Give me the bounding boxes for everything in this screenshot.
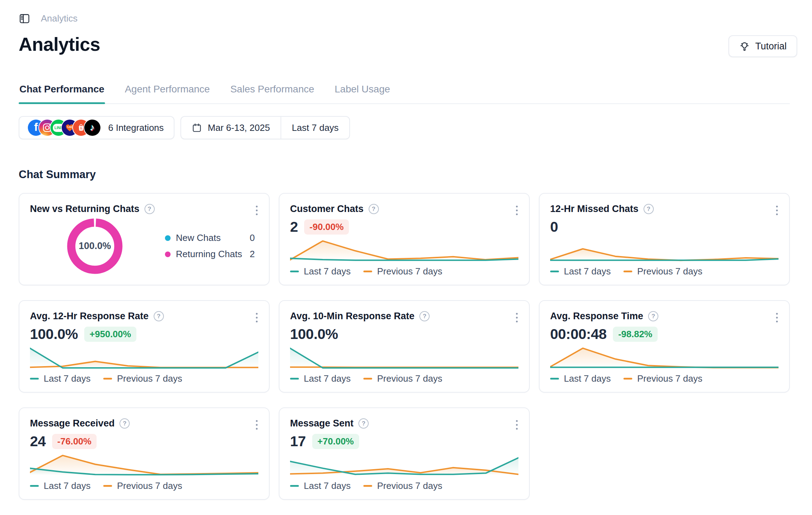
legend-dash-teal <box>550 271 559 272</box>
tab-chat-performance[interactable]: Chat Performance <box>19 84 105 103</box>
kebab-menu-icon[interactable] <box>254 418 260 432</box>
kebab-menu-icon[interactable] <box>254 204 260 217</box>
tab-agent-performance[interactable]: Agent Performance <box>124 84 210 103</box>
filter-row: f LINE Laz S ♪ 6 Integrations <box>19 116 790 139</box>
legend-last-7-days: Last 7 days <box>550 373 611 384</box>
tutorial-button[interactable]: Tutorial <box>728 35 797 57</box>
kebab-menu-icon[interactable] <box>514 311 520 325</box>
date-preset-button[interactable]: Last 7 days <box>281 117 349 139</box>
legend-label: Previous 7 days <box>637 266 702 277</box>
legend-dash-orange <box>623 271 632 272</box>
legend-label: New Chats <box>176 232 221 243</box>
legend-label: Previous 7 days <box>377 373 442 384</box>
tab-sales-performance[interactable]: Sales Performance <box>229 84 315 103</box>
legend-last-7-days: Last 7 days <box>30 480 91 491</box>
sparkline-chart <box>290 453 518 476</box>
help-icon[interactable]: ? <box>358 418 369 429</box>
legend-label: Previous 7 days <box>117 480 182 491</box>
tab-bar: Chat PerformanceAgent PerformanceSales P… <box>19 84 790 104</box>
sparkline-chart <box>30 453 258 476</box>
sidebar-toggle-icon[interactable] <box>19 13 30 24</box>
chat-summary-grid: New vs Returning Chats?100.0%New Chats0R… <box>19 193 790 500</box>
legend-previous-7-days: Previous 7 days <box>623 373 702 384</box>
metric-row: 17+70.00% <box>290 433 518 450</box>
change-badge: -98.82% <box>613 327 658 342</box>
card-title: Avg. Response Time <box>550 311 643 322</box>
date-preset-label: Last 7 days <box>292 122 339 133</box>
legend-dot <box>165 252 171 257</box>
card-customer-chats: Customer Chats?2-90.00%Last 7 daysPrevio… <box>279 193 530 285</box>
sparkline-svg <box>30 346 258 369</box>
help-icon[interactable]: ? <box>369 204 379 214</box>
card-title: Customer Chats <box>290 204 364 214</box>
kebab-menu-icon[interactable] <box>774 204 780 217</box>
integrations-filter-button[interactable]: f LINE Laz S ♪ 6 Integrations <box>19 116 174 139</box>
sparkline-chart <box>550 346 779 369</box>
donut-center-value: 100.0% <box>66 218 123 275</box>
page-title: Analytics <box>19 33 790 56</box>
integration-icon-stack: f LINE Laz S ♪ <box>28 120 100 136</box>
help-icon[interactable]: ? <box>644 204 654 214</box>
legend-dash-orange <box>623 378 632 380</box>
chart-legend: Last 7 daysPrevious 7 days <box>30 373 258 384</box>
date-range-button[interactable]: Mar 6-13, 2025 <box>181 117 281 139</box>
tutorial-button-label: Tutorial <box>755 41 787 52</box>
page: Analytics Analytics Tutorial Chat Perfor… <box>0 0 812 500</box>
integrations-count-label: 6 Integrations <box>108 122 164 133</box>
legend-dash-teal <box>290 378 299 380</box>
tab-label-usage[interactable]: Label Usage <box>334 84 391 103</box>
legend-value: 2 <box>250 249 255 260</box>
legend-label: Previous 7 days <box>637 373 702 384</box>
chart-legend: Last 7 daysPrevious 7 days <box>290 480 518 491</box>
help-icon[interactable]: ? <box>419 311 430 321</box>
section-title-chat-summary: Chat Summary <box>19 168 790 181</box>
date-range-control: Mar 6-13, 2025 Last 7 days <box>180 116 350 139</box>
legend-dash-orange <box>363 271 372 272</box>
sparkline-chart <box>290 239 518 262</box>
help-icon[interactable]: ? <box>119 418 130 429</box>
help-icon[interactable]: ? <box>144 204 155 214</box>
legend-dash-orange <box>363 485 372 487</box>
sparkline-chart <box>290 346 518 369</box>
metric-row: 24-76.00% <box>30 433 258 450</box>
card-title: Message Received <box>30 418 115 429</box>
legend-dash-orange <box>363 378 372 380</box>
legend-last-7-days: Last 7 days <box>550 266 611 277</box>
change-badge: -76.00% <box>52 434 97 449</box>
legend-label: Previous 7 days <box>377 480 442 491</box>
card-title: Avg. 12-Hr Response Rate <box>30 311 149 322</box>
kebab-menu-icon[interactable] <box>774 311 780 325</box>
calendar-icon <box>192 123 202 133</box>
legend-item-new-chats: New Chats0 <box>165 232 255 243</box>
kebab-menu-icon[interactable] <box>254 311 260 325</box>
card-new-vs-returning-chats: New vs Returning Chats?100.0%New Chats0R… <box>19 193 270 285</box>
change-badge: +950.00% <box>84 327 136 342</box>
legend-label: Last 7 days <box>44 373 91 384</box>
metric-row: 00:00:48-98.82% <box>550 326 779 343</box>
sparkline-chart <box>550 239 779 262</box>
change-badge: -90.00% <box>304 219 349 235</box>
legend-previous-7-days: Previous 7 days <box>363 373 442 384</box>
card-avg-12hr-response-rate: Avg. 12-Hr Response Rate?100.0%+950.00%L… <box>19 300 270 393</box>
legend-value: 0 <box>250 232 255 243</box>
legend-previous-7-days: Previous 7 days <box>363 480 442 491</box>
breadcrumb: Analytics <box>19 0 790 24</box>
legend-label: Returning Chats <box>176 249 242 260</box>
kebab-menu-icon[interactable] <box>514 418 520 432</box>
card-title: Avg. 10-Min Response Rate <box>290 311 414 322</box>
chart-legend: Last 7 daysPrevious 7 days <box>550 373 779 384</box>
metric-value: 100.0% <box>290 326 338 343</box>
sparkline-chart <box>30 346 258 369</box>
sparkline-svg <box>550 346 779 369</box>
legend-label: Previous 7 days <box>377 266 442 277</box>
legend-label: Last 7 days <box>564 373 611 384</box>
help-icon[interactable]: ? <box>648 311 658 321</box>
breadcrumb-analytics[interactable]: Analytics <box>41 13 78 24</box>
legend-dash-teal <box>550 378 559 380</box>
svg-text:Laz: Laz <box>67 125 72 128</box>
kebab-menu-icon[interactable] <box>514 204 520 217</box>
date-range-value: Mar 6-13, 2025 <box>208 122 270 133</box>
help-icon[interactable]: ? <box>154 311 164 321</box>
card-message-sent: Message Sent?17+70.00%Last 7 daysPreviou… <box>279 407 530 500</box>
metric-row: 0 <box>550 219 779 235</box>
